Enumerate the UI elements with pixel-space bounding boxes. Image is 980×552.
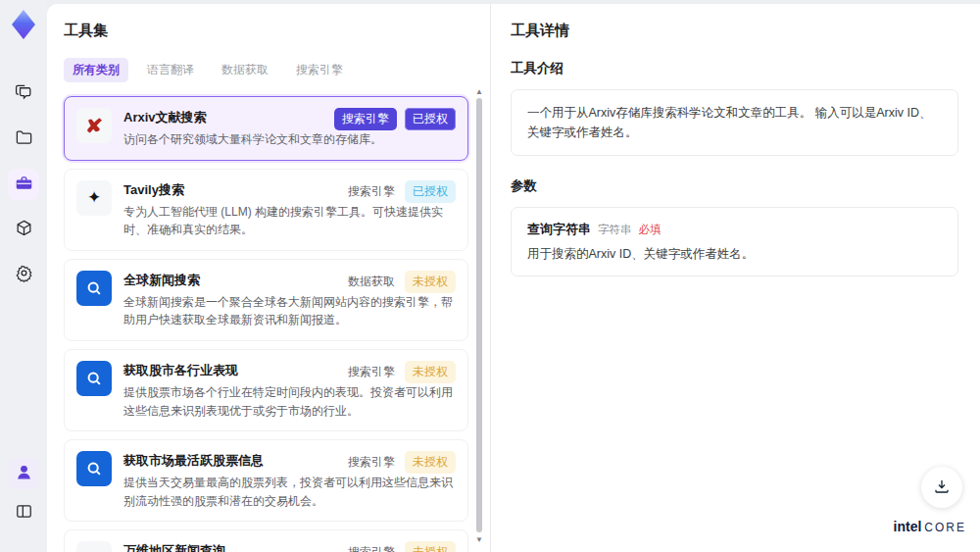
- tool-category-tag: 搜索引擎: [346, 361, 397, 383]
- tool-detail-panel: 工具详情 工具介绍 一个用于从Arxiv存储库搜索科学论文和文章的工具。 输入可…: [490, 4, 980, 552]
- sparkle-icon: ✦: [76, 180, 112, 216]
- sidebar-item-settings[interactable]: [8, 259, 39, 290]
- tool-card[interactable]: ✘ Arxiv文献搜索 访问各个研究领域大量科学论文和文章的存储库。 搜索引擎 …: [64, 96, 468, 161]
- tool-description: 提供当天交易量最高的股票列表，投资者可以利用这些信息来识别流动性强的股票和潜在的…: [123, 474, 456, 510]
- parameter-required-badge: 必填: [639, 223, 662, 237]
- tool-tags: 数据获取 未授权: [346, 271, 456, 293]
- tool-auth-badge: 已授权: [405, 180, 456, 203]
- tools-panel: 工具集 所有类别语言翻译数据获取搜索引擎 ✘ Arxiv文献搜索 访问各个研究领…: [47, 4, 490, 552]
- tab-all[interactable]: 所有类别: [64, 58, 128, 82]
- sidebar-item-tools[interactable]: [8, 169, 39, 200]
- tool-description: 提供股票市场各个行业在特定时间段内的表现。投资者可以利用这些信息来识别表现优于或…: [123, 383, 456, 420]
- tab-search[interactable]: 搜索引擎: [287, 58, 352, 82]
- toolbox-icon: [15, 174, 33, 195]
- tool-category-tag: 搜索引擎: [346, 180, 397, 203]
- tab-data[interactable]: 数据获取: [213, 58, 277, 82]
- params-heading: 参数: [511, 177, 958, 195]
- tool-card[interactable]: 获取股市各行业表现 提供股票市场各个行业在特定时间段内的表现。投资者可以利用这些…: [64, 349, 468, 431]
- stock-search-icon: [76, 451, 112, 486]
- tool-card[interactable]: 万维地区新闻查询 查询具体行政区划内的新闻，快速了解各地新闻动 搜索引擎 未授权: [64, 529, 468, 552]
- tools-panel-title: 工具集: [64, 22, 468, 40]
- intel-core-logo: intelcore: [894, 519, 966, 534]
- brand-intel-text: intel: [894, 519, 922, 534]
- sidebar-item-models[interactable]: [8, 214, 39, 245]
- user-icon: [15, 463, 33, 484]
- tool-card[interactable]: 全球新闻搜索 全球新闻搜索是一个聚合全球各大新闻网站内容的搜索引擎，帮助用户快速…: [64, 259, 468, 341]
- tool-card[interactable]: 获取市场最活跃股票信息 提供当天交易量最高的股票列表，投资者可以利用这些信息来识…: [64, 439, 468, 522]
- parameter-name: 查询字符串: [527, 221, 591, 238]
- sidebar-rail: [0, 0, 47, 552]
- sidebar-item-collapse[interactable]: [8, 497, 39, 528]
- tool-tags: 搜索引擎 已授权: [334, 108, 456, 130]
- tool-tags: 搜索引擎 已授权: [346, 180, 456, 203]
- app-logo-gem-icon: [11, 10, 36, 39]
- detail-panel-title: 工具详情: [511, 22, 958, 40]
- tool-card[interactable]: ✦ Tavily搜索 专为人工智能代理 (LLM) 构建的搜索引擎工具。可快速提…: [64, 169, 468, 251]
- folder-icon: [15, 128, 33, 150]
- news-search-icon: [76, 271, 112, 306]
- tool-category-tag: 搜索引擎: [346, 451, 397, 474]
- download-button[interactable]: [921, 467, 962, 508]
- main-content: 工具集 所有类别语言翻译数据获取搜索引擎 ✘ Arxiv文献搜索 访问各个研究领…: [47, 4, 980, 552]
- cube-icon: [15, 219, 33, 240]
- sidebar-item-account[interactable]: [8, 458, 39, 489]
- brand-core-text: core: [924, 521, 966, 534]
- tool-auth-badge: 已授权: [405, 108, 456, 130]
- category-tabs: 所有类别语言翻译数据获取搜索引擎: [64, 58, 468, 82]
- scroll-down-arrow[interactable]: ▼: [475, 536, 483, 544]
- panel-toggle-icon: [15, 502, 33, 524]
- tab-translation[interactable]: 语言翻译: [138, 58, 203, 82]
- tool-auth-badge: 未授权: [405, 541, 456, 552]
- tool-auth-badge: 未授权: [405, 361, 456, 383]
- list-scrollbar[interactable]: ▲ ▼: [475, 88, 483, 544]
- tool-tags: 搜索引擎 未授权: [346, 361, 456, 383]
- tool-description: 访问各个研究领域大量科学论文和文章的存储库。: [123, 130, 456, 149]
- arxiv-logo-icon: ✘: [76, 108, 112, 143]
- tool-category-tag: 数据获取: [346, 271, 397, 293]
- parameter-description: 用于搜索的Arxiv ID、关键字或作者姓名。: [527, 246, 942, 263]
- scroll-up-arrow[interactable]: ▲: [475, 88, 483, 96]
- sidebar-item-chat[interactable]: [8, 78, 39, 110]
- parameter-type: 字符串: [598, 223, 632, 237]
- sidebar-item-files[interactable]: [8, 124, 39, 155]
- parameter-item: 查询字符串 字符串 必填 用于搜索的Arxiv ID、关键字或作者姓名。: [511, 207, 958, 276]
- settings-icon: [15, 264, 33, 285]
- tool-category-tag: 搜索引擎: [346, 541, 397, 552]
- tool-auth-badge: 未授权: [405, 451, 456, 474]
- tool-description: 专为人工智能代理 (LLM) 构建的搜索引擎工具。可快速提供实时、准确和真实的结…: [123, 203, 456, 239]
- newspaper-icon: [76, 541, 112, 552]
- stock-search-icon: [76, 361, 112, 396]
- intro-heading: 工具介绍: [511, 60, 958, 77]
- tool-description: 全球新闻搜索是一个聚合全球各大新闻网站内容的搜索引擎，帮助用户快速获取全球最新资…: [123, 293, 456, 329]
- tool-tags: 搜索引擎 未授权: [346, 541, 456, 552]
- tool-list: ✘ Arxiv文献搜索 访问各个研究领域大量科学论文和文章的存储库。 搜索引擎 …: [64, 96, 468, 552]
- tool-category-tag: 搜索引擎: [334, 108, 397, 130]
- scrollbar-thumb[interactable]: [476, 98, 482, 532]
- download-icon: [933, 477, 951, 498]
- tool-intro-text: 一个用于从Arxiv存储库搜索科学论文和文章的工具。 输入可以是Arxiv ID…: [511, 89, 958, 156]
- chat-icon: [15, 83, 33, 105]
- tool-auth-badge: 未授权: [405, 271, 456, 293]
- tool-tags: 搜索引擎 未授权: [346, 451, 456, 474]
